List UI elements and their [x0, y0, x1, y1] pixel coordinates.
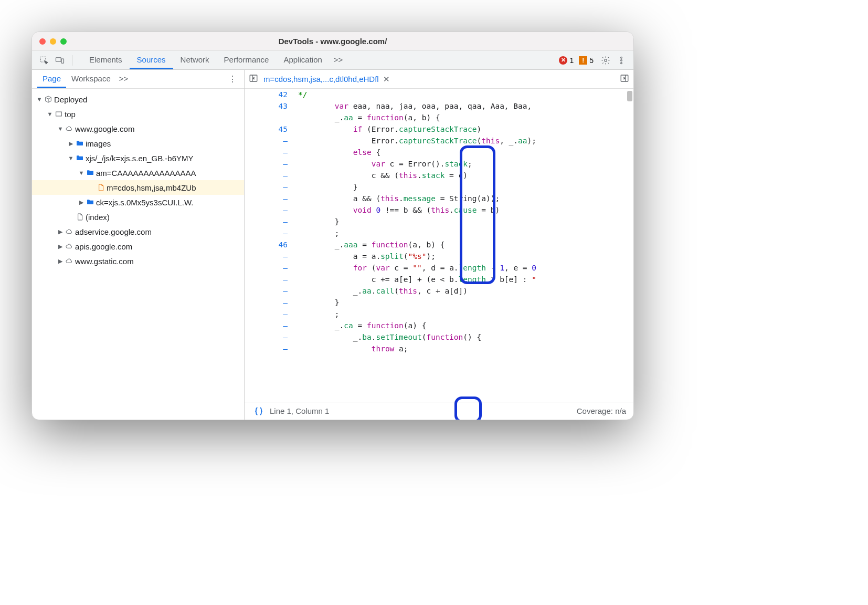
window-close-button[interactable] — [39, 38, 46, 45]
tree-index[interactable]: (index) — [32, 210, 244, 224]
file-tree: ▼ Deployed ▼ top ▼ www.google.com ▶ — [32, 89, 244, 420]
toggle-debugger-icon[interactable] — [620, 74, 629, 85]
warning-icon: ! — [579, 56, 587, 65]
subtab-workspace[interactable]: Workspace — [66, 70, 116, 88]
window-zoom-button[interactable] — [60, 38, 67, 45]
cloud-icon — [63, 242, 75, 251]
tabs-overflow[interactable]: >> — [330, 51, 347, 69]
line-gutter[interactable]: 42 43 45 – – – – – – – – – 46 – – – – – … — [245, 89, 295, 402]
tree-images[interactable]: ▶ images — [32, 136, 244, 151]
separator — [72, 55, 72, 66]
svg-point-4 — [621, 57, 622, 58]
device-toggle-icon[interactable] — [53, 54, 67, 67]
cloud-icon — [63, 227, 75, 236]
coverage-status: Coverage: n/a — [577, 406, 626, 415]
navigator-more-icon[interactable]: ⋮ — [226, 74, 239, 84]
code-editor[interactable]: 42 43 45 – – – – – – – – – 46 – – – – – … — [245, 89, 633, 402]
svg-rect-7 — [56, 112, 62, 116]
tree-label: www.google.com — [75, 124, 134, 133]
warning-count: 5 — [589, 56, 594, 65]
tree-am[interactable]: ▼ am=CAAAAAAAAAAAAAAA — [32, 165, 244, 180]
svg-point-6 — [621, 62, 622, 64]
tree-label: (index) — [86, 213, 110, 222]
close-icon[interactable]: ✕ — [383, 75, 390, 84]
tree-label: top — [65, 110, 76, 119]
tab-sources[interactable]: Sources — [130, 51, 173, 69]
more-icon[interactable] — [615, 54, 628, 67]
devtools-window: DevTools - www.google.com/ Elements Sour… — [31, 32, 634, 420]
tab-elements[interactable]: Elements — [82, 51, 130, 69]
navigator-tabs: Page Workspace >> ⋮ — [32, 70, 244, 89]
tree-apis[interactable]: ▶ apis.google.com — [32, 239, 244, 254]
folder-icon — [74, 154, 86, 162]
traffic-lights — [39, 38, 67, 45]
folder-icon — [74, 139, 86, 148]
tree-xjs[interactable]: ▼ xjs/_/js/k=xjs.s.en_GB.-b6YMY — [32, 151, 244, 165]
tree-domain-google[interactable]: ▼ www.google.com — [32, 121, 244, 136]
error-icon: ✕ — [559, 56, 567, 65]
tree-label: adservice.google.com — [75, 227, 152, 236]
subtab-page[interactable]: Page — [37, 70, 66, 88]
tab-network[interactable]: Network — [173, 51, 217, 69]
folder-icon — [84, 198, 96, 206]
scrollbar-thumb[interactable] — [627, 91, 632, 101]
file-icon — [95, 183, 107, 192]
file-tab-label: m=cdos,hsm,jsa,...c,dtl0hd,eHDfl — [263, 75, 379, 84]
folder-icon — [84, 169, 96, 177]
cube-icon — [43, 95, 54, 103]
subtabs-overflow[interactable]: >> — [116, 70, 132, 88]
pretty-print-icon[interactable] — [252, 404, 266, 418]
main-tabs: Elements Sources Network Performance App… — [82, 51, 347, 69]
window-minimize-button[interactable] — [50, 38, 56, 45]
toggle-navigator-icon[interactable] — [249, 74, 258, 85]
cloud-icon — [63, 124, 75, 133]
file-tab[interactable]: m=cdos,hsm,jsa,...c,dtl0hd,eHDfl ✕ — [263, 75, 390, 84]
inspect-icon[interactable] — [37, 54, 51, 67]
tree-gstatic[interactable]: ▶ www.gstatic.com — [32, 254, 244, 268]
tree-file-selected[interactable]: m=cdos,hsm,jsa,mb4ZUb — [32, 180, 244, 195]
tree-label: ck=xjs.s.0Mx5ys3sCUI.L.W. — [96, 198, 193, 207]
editor-pane: m=cdos,hsm,jsa,...c,dtl0hd,eHDfl ✕ 42 43… — [245, 70, 633, 420]
editor-statusbar: Line 1, Column 1 Coverage: n/a — [245, 402, 633, 420]
tree-adservice[interactable]: ▶ adservice.google.com — [32, 224, 244, 239]
error-badge[interactable]: ✕ 1 — [559, 56, 574, 65]
tree-label: Deployed — [54, 95, 87, 104]
svg-point-5 — [621, 59, 622, 61]
tree-ck[interactable]: ▶ ck=xjs.s.0Mx5ys3sCUI.L.W. — [32, 195, 244, 210]
cursor-position: Line 1, Column 1 — [270, 406, 329, 415]
tab-application[interactable]: Application — [276, 51, 329, 69]
tree-label: am=CAAAAAAAAAAAAAAA — [96, 169, 196, 178]
cloud-icon — [63, 257, 75, 265]
tree-label: xjs/_/js/k=xjs.s.en_GB.-b6YMY — [86, 154, 194, 163]
main-toolbar: Elements Sources Network Performance App… — [32, 51, 633, 70]
code-content[interactable]: */ var eaa, naa, jaa, oaa, paa, qaa, Aaa… — [295, 89, 633, 402]
gear-icon[interactable] — [599, 54, 612, 67]
tree-label: images — [86, 139, 111, 148]
window-title: DevTools - www.google.com/ — [32, 37, 633, 46]
tab-performance[interactable]: Performance — [217, 51, 277, 69]
tree-label: m=cdos,hsm,jsa,mb4ZUb — [107, 183, 196, 192]
tree-label: www.gstatic.com — [75, 257, 134, 266]
file-tabbar: m=cdos,hsm,jsa,...c,dtl0hd,eHDfl ✕ — [245, 70, 633, 89]
file-icon — [74, 213, 86, 221]
svg-point-3 — [605, 59, 607, 61]
error-count: 1 — [569, 56, 574, 65]
warning-badge[interactable]: ! 5 — [579, 56, 594, 65]
svg-rect-1 — [56, 57, 61, 61]
tree-top[interactable]: ▼ top — [32, 107, 244, 121]
titlebar: DevTools - www.google.com/ — [32, 32, 633, 51]
frame-icon — [53, 110, 65, 118]
navigator-pane: Page Workspace >> ⋮ ▼ Deployed ▼ top — [32, 70, 245, 420]
tree-label: apis.google.com — [75, 242, 132, 251]
tree-deployed[interactable]: ▼ Deployed — [32, 92, 244, 107]
svg-rect-2 — [61, 59, 64, 63]
